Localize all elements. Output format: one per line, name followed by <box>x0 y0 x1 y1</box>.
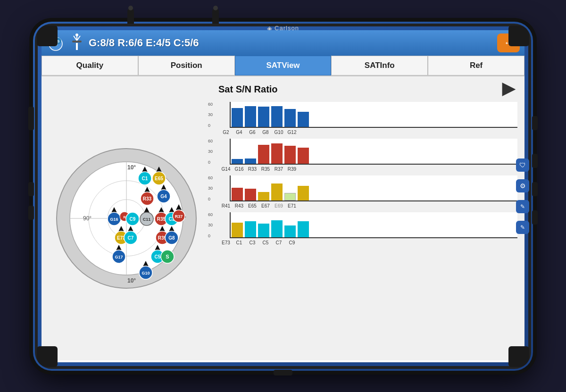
bar-e65 <box>258 192 269 200</box>
bar-c7 <box>284 225 296 237</box>
label-e73: E73 <box>220 240 232 245</box>
label-e71: E71 <box>286 203 298 209</box>
label-r43: R43 <box>233 203 245 209</box>
chart-bars-3 <box>230 175 517 201</box>
label-g16: G16 <box>233 167 245 172</box>
tab-ref[interactable]: Ref <box>428 56 524 75</box>
side-button-right-2[interactable] <box>532 154 538 168</box>
label-g2: G2 <box>220 130 232 135</box>
svg-text:R33: R33 <box>143 196 152 201</box>
svg-text:90°: 90° <box>83 215 92 222</box>
chart-bars-2 <box>230 139 517 165</box>
tab-satview[interactable]: SATView <box>235 56 332 75</box>
chart-labels-1: G2 G4 G6 G8 G10 G12 <box>218 130 517 135</box>
gear-icon[interactable]: ⚙ <box>516 179 529 192</box>
label-c1: C1 <box>233 240 245 245</box>
bar-r33 <box>258 145 269 164</box>
side-button-right-3[interactable] <box>532 182 538 196</box>
bar-g14 <box>232 159 243 164</box>
play-button[interactable] <box>500 81 517 98</box>
svg-text:C7: C7 <box>128 235 134 241</box>
tab-satinfo[interactable]: SATInfo <box>331 56 428 75</box>
chart-wrapper-2: 60 30 0 <box>218 139 517 165</box>
y-axis-labels-3: 60 30 0 <box>208 175 213 201</box>
bar-c1 <box>245 221 256 237</box>
skyplot-area: 10° 10° 0° 90° C1 E65 <box>42 76 211 360</box>
svg-text:R37: R37 <box>175 214 183 219</box>
bar-e69 <box>284 193 296 200</box>
tab-position[interactable]: Position <box>138 56 235 75</box>
bar-r41 <box>232 188 243 200</box>
chart-section-beidou: 60 30 0 E <box>218 212 517 245</box>
skyplot-container: 10° 10° 0° 90° C1 E65 <box>51 143 202 294</box>
bar-c9 <box>298 221 309 237</box>
bar-g16 <box>245 158 256 164</box>
side-button-right-4[interactable] <box>532 210 538 225</box>
svg-text:G16: G16 <box>110 217 118 222</box>
label-g4: G4 <box>233 130 245 135</box>
label-r33: R33 <box>247 167 258 172</box>
right-panel: Sat S/N Ratio 60 30 0 <box>211 76 524 360</box>
bar-r43 <box>245 189 256 200</box>
y-axis-labels-4: 60 30 0 <box>208 212 213 238</box>
svg-rect-4 <box>76 43 78 50</box>
bar-r37 <box>284 146 296 163</box>
antenna-icon <box>70 33 84 52</box>
side-button-left-bot[interactable] <box>28 206 34 220</box>
svg-text:E65: E65 <box>155 176 163 181</box>
label-e67: E67 <box>260 203 271 209</box>
bar-r39 <box>298 148 309 163</box>
svg-text:C1: C1 <box>142 176 148 181</box>
label-g10: G10 <box>273 130 284 135</box>
edit-icon[interactable]: ✎ <box>516 200 529 213</box>
bar-g8 <box>271 106 283 127</box>
label-g12: G12 <box>286 130 298 135</box>
shield-icon[interactable]: 🛡 <box>516 158 529 172</box>
label-r41: R41 <box>220 203 232 209</box>
side-button-left-top[interactable] <box>28 107 34 130</box>
bar-c5 <box>271 220 283 237</box>
svg-text:R35: R35 <box>157 217 166 222</box>
svg-text:G17: G17 <box>115 255 123 259</box>
svg-text:10°: 10° <box>127 164 136 171</box>
svg-text:10°: 10° <box>127 277 136 284</box>
svg-text:S: S <box>166 254 169 259</box>
svg-text:C9: C9 <box>130 217 136 222</box>
svg-point-9 <box>75 33 78 36</box>
label-r37: R37 <box>273 167 284 172</box>
bar-e71 <box>298 186 309 200</box>
bar-g10 <box>284 109 296 126</box>
chart-labels-4: E73 C1 C3 C5 C7 C9 <box>218 240 517 245</box>
chart-bars-1 <box>230 102 517 128</box>
edit2-icon[interactable]: ✎ <box>516 221 529 234</box>
tablet-device: ◈ Carlson 🛡 ⚙ ✎ ✎ GPS <box>33 22 533 371</box>
tablet-screen: GPS G:8/8 R:6/6 E:4/5 C:5/6 ← Quality Po… <box>42 30 524 362</box>
chart-bars-4 <box>230 212 517 238</box>
bar-e73 <box>232 223 243 237</box>
label-r35: R35 <box>260 167 271 172</box>
side-button-bottom[interactable] <box>274 370 292 375</box>
label-g8: G8 <box>260 130 271 135</box>
tab-quality[interactable]: Quality <box>42 56 138 75</box>
bar-r35 <box>271 143 283 163</box>
svg-text:G10: G10 <box>142 271 150 275</box>
antenna-left <box>127 8 134 24</box>
label-e65: E65 <box>247 203 258 209</box>
bar-e67 <box>271 183 283 200</box>
sat-sn-title: Sat S/N Ratio <box>218 84 278 95</box>
side-button-right-1[interactable] <box>532 116 538 130</box>
label-c3: C3 <box>247 240 258 245</box>
y-axis-labels-2: 60 30 0 <box>208 139 213 165</box>
sat-title-row: Sat S/N Ratio <box>218 81 517 98</box>
bar-g4 <box>245 106 256 127</box>
label-c7: C7 <box>273 240 284 245</box>
main-content: 10° 10° 0° 90° C1 E65 <box>42 76 524 360</box>
bar-c3 <box>258 224 269 237</box>
svg-line-7 <box>77 36 80 41</box>
label-g6: G6 <box>247 130 258 135</box>
side-button-left-mid[interactable] <box>28 182 34 196</box>
svg-text:G4: G4 <box>160 194 167 199</box>
svg-text:G8: G8 <box>168 235 175 241</box>
bezel-icons-panel: 🛡 ⚙ ✎ ✎ <box>516 158 529 234</box>
chart-section-glonass1: 60 30 0 G <box>218 139 517 172</box>
